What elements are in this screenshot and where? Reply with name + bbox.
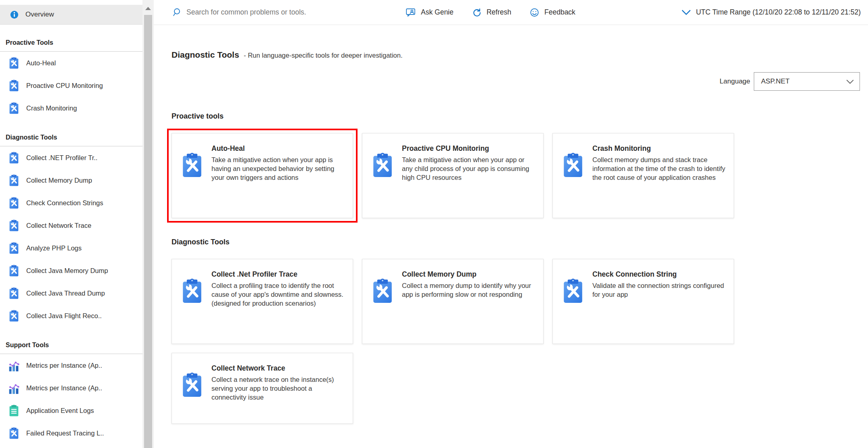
sidebar-item-collect-net-profiler-tr[interactable]: Collect .NET Profiler Tr.. bbox=[0, 146, 142, 169]
tool-clipboard-icon bbox=[181, 152, 203, 179]
sidebar-item-proactive-cpu-monitoring[interactable]: Proactive CPU Monitoring bbox=[0, 74, 142, 97]
tool-clipboard-icon bbox=[8, 197, 19, 209]
time-range-label: UTC Time Range (12/10/20 22:08 to 12/11/… bbox=[696, 8, 861, 17]
sidebar-section-items: Auto-Heal Proactive CPU Monitoring Crash… bbox=[0, 52, 142, 119]
sidebar-item-label: Application Event Logs bbox=[26, 407, 94, 415]
card-title: Auto-Heal bbox=[211, 144, 345, 153]
sidebar-section-items: Metrics per Instance (Ap.. Metrics per I… bbox=[0, 354, 142, 444]
language-row: Language ASP.NET bbox=[172, 72, 860, 91]
ask-genie-icon bbox=[406, 8, 416, 17]
scrollbar-up-arrow-icon[interactable] bbox=[145, 7, 151, 10]
tool-card-crash-monitoring[interactable]: Crash Monitoring Collect memory dumps an… bbox=[552, 133, 734, 218]
sidebar-item-collect-java-memory-dump[interactable]: Collect Java Memory Dump bbox=[0, 259, 142, 282]
sidebar-section-items: Collect .NET Profiler Tr.. Collect Memor… bbox=[0, 146, 142, 327]
tool-clipboard-icon bbox=[8, 57, 19, 69]
sidebar-overview-label: Overview bbox=[25, 10, 54, 19]
chevron-down-icon bbox=[682, 10, 691, 15]
sidebar-item-label: Metrics per Instance (Ap.. bbox=[26, 384, 102, 392]
page-title: Diagnostic Tools bbox=[172, 50, 239, 59]
sidebar-scrollbar[interactable] bbox=[142, 0, 154, 448]
tool-card-auto-heal[interactable]: Auto-Heal Take a mitigative action when … bbox=[172, 133, 353, 218]
search-bar bbox=[173, 8, 406, 17]
sidebar-section-title: Support Tools bbox=[0, 342, 142, 349]
language-label: Language bbox=[719, 77, 750, 85]
tool-clipboard-icon bbox=[8, 102, 19, 115]
tool-card-proactive-cpu-monitoring[interactable]: Proactive CPU Monitoring Take a mitigati… bbox=[362, 133, 544, 218]
red-highlight-box: Auto-Heal Take a mitigative action when … bbox=[167, 129, 358, 223]
sidebar-item-collect-network-trace[interactable]: Collect Network Trace bbox=[0, 214, 142, 237]
tool-card-collect-net-profiler-trace[interactable]: Collect .Net Profiler Trace Collect a pr… bbox=[172, 259, 353, 344]
section-title: Diagnostic Tools bbox=[172, 238, 860, 246]
sidebar-item-collect-java-flight-reco[interactable]: Collect Java Flight Reco.. bbox=[0, 304, 142, 327]
card-title: Collect .Net Profiler Trace bbox=[211, 270, 345, 279]
card-text: Check Connection String Validate all the… bbox=[592, 269, 726, 336]
sidebar-sections: Proactive Tools Auto-Heal Proactive CPU … bbox=[0, 39, 142, 444]
topbar: Ask Genie Refresh Feedback UTC Time Rang… bbox=[154, 0, 868, 25]
card-text: Auto-Heal Take a mitigative action when … bbox=[211, 143, 345, 210]
tool-clipboard-icon bbox=[8, 152, 19, 164]
language-selected-value: ASP.NET bbox=[761, 77, 790, 85]
metrics-chart-icon bbox=[8, 359, 19, 372]
sidebar-section: Proactive Tools Auto-Heal Proactive CPU … bbox=[0, 39, 142, 119]
event-logs-icon bbox=[8, 404, 19, 417]
tool-clipboard-icon bbox=[8, 242, 19, 254]
sidebar-item-label: Collect Java Thread Dump bbox=[26, 290, 105, 297]
sidebar-item-metrics-per-instance-ap[interactable]: Metrics per Instance (Ap.. bbox=[0, 354, 142, 377]
sidebar-item-analyze-php-logs[interactable]: Analyze PHP Logs bbox=[0, 237, 142, 259]
sidebar-item-metrics-per-instance-ap[interactable]: Metrics per Instance (Ap.. bbox=[0, 377, 142, 399]
sidebar-section: Diagnostic Tools Collect .NET Profiler T… bbox=[0, 134, 142, 327]
card-text: Collect Memory Dump Collect a memory dum… bbox=[402, 269, 535, 336]
sidebar-item-application-event-logs[interactable]: Application Event Logs bbox=[0, 399, 142, 422]
tool-clipboard-icon bbox=[562, 278, 584, 304]
tool-clipboard-icon bbox=[371, 152, 394, 179]
card-row: Auto-Heal Take a mitigative action when … bbox=[172, 133, 746, 218]
sidebar-item-check-connection-strings[interactable]: Check Connection Strings bbox=[0, 192, 142, 214]
card-description: Collect a profiling trace to identify th… bbox=[211, 281, 345, 308]
tool-clipboard-icon bbox=[8, 219, 19, 232]
card-description: Collect memory dumps and stack trace inf… bbox=[592, 156, 726, 182]
tool-clipboard-icon bbox=[181, 278, 203, 304]
feedback-icon bbox=[529, 8, 540, 17]
chevron-down-icon bbox=[846, 79, 854, 84]
refresh-button[interactable]: Refresh bbox=[472, 8, 511, 17]
topbar-action-label: Refresh bbox=[487, 8, 511, 17]
card-row: Collect .Net Profiler Trace Collect a pr… bbox=[172, 259, 746, 424]
language-select[interactable]: ASP.NET bbox=[754, 72, 860, 91]
main-area: Ask Genie Refresh Feedback UTC Time Rang… bbox=[154, 0, 868, 448]
sidebar-item-label: Crash Monitoring bbox=[26, 104, 77, 112]
tool-clipboard-icon bbox=[371, 278, 394, 304]
card-title: Collect Memory Dump bbox=[402, 270, 535, 279]
time-range-dropdown[interactable]: UTC Time Range (12/10/20 22:08 to 12/11/… bbox=[682, 8, 868, 17]
topbar-action-label: Ask Genie bbox=[421, 8, 454, 17]
sidebar-item-label: Failed Request Tracing L.. bbox=[26, 429, 104, 437]
tool-card-collect-memory-dump[interactable]: Collect Memory Dump Collect a memory dum… bbox=[362, 259, 544, 344]
tool-clipboard-icon bbox=[8, 427, 19, 440]
tool-card-collect-network-trace[interactable]: Collect Network Trace Collect a network … bbox=[172, 353, 353, 424]
ask-genie-button[interactable]: Ask Genie bbox=[406, 8, 454, 17]
tool-clipboard-icon bbox=[8, 79, 19, 92]
sidebar-item-crash-monitoring[interactable]: Crash Monitoring bbox=[0, 97, 142, 119]
tool-clipboard-icon bbox=[8, 174, 19, 187]
card-text: Collect .Net Profiler Trace Collect a pr… bbox=[211, 269, 345, 336]
sidebar-item-overview[interactable]: Overview bbox=[0, 5, 142, 25]
feedback-button[interactable]: Feedback bbox=[529, 8, 575, 17]
metrics-chart-icon bbox=[8, 382, 19, 394]
scrollbar-thumb[interactable] bbox=[144, 15, 152, 448]
sidebar-item-collect-memory-dump[interactable]: Collect Memory Dump bbox=[0, 169, 142, 192]
tool-section: Diagnostic Tools Collect .Net Profiler T… bbox=[172, 238, 860, 424]
tool-clipboard-icon bbox=[8, 265, 19, 277]
topbar-actions: Ask Genie Refresh Feedback bbox=[406, 8, 575, 17]
sidebar-item-label: Analyze PHP Logs bbox=[26, 244, 82, 252]
info-icon bbox=[10, 10, 19, 19]
tool-sections: Proactive tools Auto-Heal Take a mitigat… bbox=[172, 112, 860, 424]
sidebar-item-label: Collect Java Memory Dump bbox=[26, 267, 108, 275]
sidebar: Overview Proactive Tools Auto-Heal Proac… bbox=[0, 0, 142, 448]
sidebar-item-failed-request-tracing-l[interactable]: Failed Request Tracing L.. bbox=[0, 422, 142, 444]
sidebar-item-auto-heal[interactable]: Auto-Heal bbox=[0, 52, 142, 74]
content: Diagnostic Tools - Run language-specific… bbox=[154, 25, 868, 448]
search-input[interactable] bbox=[186, 8, 384, 17]
tool-card-check-connection-string[interactable]: Check Connection String Validate all the… bbox=[552, 259, 734, 344]
sidebar-item-collect-java-thread-dump[interactable]: Collect Java Thread Dump bbox=[0, 282, 142, 304]
card-title: Crash Monitoring bbox=[592, 144, 726, 153]
tool-section: Proactive tools Auto-Heal Take a mitigat… bbox=[172, 112, 860, 218]
